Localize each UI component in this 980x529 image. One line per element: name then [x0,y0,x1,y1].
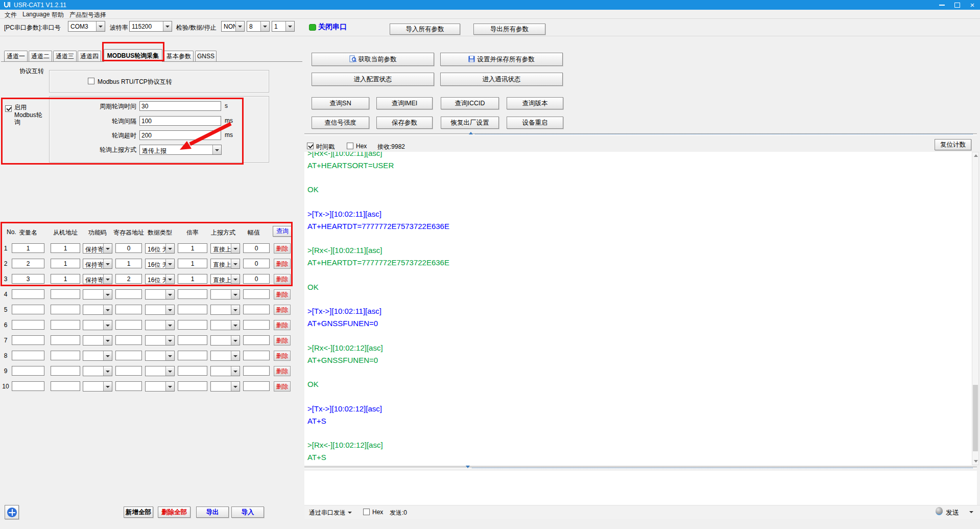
scale-input[interactable] [178,305,207,314]
func-code-select[interactable]: 保持寄: [83,259,112,269]
func-code-select[interactable] [83,351,112,361]
func-code-select[interactable] [83,320,112,330]
tab-channel-2[interactable]: 通道二 [29,51,52,61]
scroll-down-icon[interactable] [974,460,978,463]
chevron-down-icon[interactable] [260,21,269,31]
register-addr-input[interactable] [115,305,142,314]
report-mode-select[interactable] [210,305,240,315]
stopbits-select[interactable]: 1 [272,21,295,32]
query-sn-button[interactable]: 查询SN [312,97,369,109]
chevron-down-icon[interactable] [231,274,240,284]
chevron-down-icon[interactable] [103,244,112,253]
com-port-select[interactable]: COM3 [68,21,105,32]
enter-comm-button[interactable]: 进入通讯状态 [440,73,563,86]
tab-gnss[interactable]: GNSS [195,51,217,61]
tab-channel-1[interactable]: 通道一 [4,51,28,61]
slave-addr-input[interactable] [51,305,80,314]
var-name-input[interactable] [12,381,44,391]
close-port-link[interactable]: 关闭串口 [318,22,347,32]
send-hex-checkbox[interactable] [363,509,370,515]
var-name-input[interactable] [12,289,44,299]
query-iccid-button[interactable]: 查询ICCID [441,97,499,109]
chevron-down-icon[interactable] [103,336,112,345]
register-addr-input[interactable] [115,274,142,284]
report-mode-select[interactable] [210,335,240,346]
amp-input[interactable] [243,320,270,330]
chevron-down-icon[interactable] [165,290,174,299]
chevron-down-icon[interactable] [231,351,240,360]
slave-addr-input[interactable] [51,243,80,253]
chevron-down-icon[interactable] [103,320,112,330]
scroll-up-icon[interactable] [974,154,978,157]
export-button[interactable]: 导出 [196,507,229,518]
query-button[interactable]: 查询 [273,226,292,237]
import-all-params-button[interactable]: 导入所有参数 [390,24,460,35]
poll-interval-input[interactable] [139,116,221,126]
var-name-input[interactable] [12,259,44,268]
minimize-button[interactable] [934,0,949,10]
baud-select[interactable]: 115200 [129,21,172,32]
report-mode-select[interactable] [210,366,240,376]
register-addr-input[interactable] [115,259,142,268]
log-scrollbar[interactable] [972,152,979,465]
func-code-select[interactable] [83,335,112,346]
chevron-down-icon[interactable] [103,274,112,284]
slave-addr-input[interactable] [51,366,80,376]
slave-addr-input[interactable] [51,351,80,360]
scale-input[interactable] [178,259,207,268]
slave-addr-input[interactable] [51,335,80,345]
var-name-input[interactable] [12,243,44,253]
chevron-down-icon[interactable] [165,336,174,345]
data-type-select[interactable]: 16位 无 [145,243,175,254]
scale-input[interactable] [178,243,207,253]
register-addr-input[interactable] [115,381,142,391]
report-mode-select[interactable]: 直接上: [210,259,240,269]
amp-input[interactable] [243,351,270,360]
tab-basic-params[interactable]: 基本参数 [164,51,194,61]
menu-language[interactable]: Language [22,11,50,18]
register-addr-input[interactable] [115,243,142,253]
databits-select[interactable]: 8 [247,21,270,32]
chevron-down-icon[interactable] [103,382,112,391]
chevron-down-icon[interactable] [165,259,174,268]
report-mode-select[interactable] [210,320,240,330]
send-via-select[interactable]: 通过串口发送 [309,509,346,517]
report-mode-select[interactable]: 直接上: [210,274,240,284]
slave-addr-input[interactable] [51,259,80,268]
enter-config-button[interactable]: 进入配置状态 [312,73,434,86]
register-addr-input[interactable] [115,351,142,360]
scale-input[interactable] [178,366,207,376]
delete-row-button[interactable]: 删除 [274,335,291,346]
chevron-down-icon[interactable] [348,512,352,514]
query-version-button[interactable]: 查询版本 [507,97,563,109]
report-mode-select[interactable]: 透传上报 [139,145,222,155]
scale-input[interactable] [178,274,207,284]
chevron-down-icon[interactable] [231,259,240,268]
amp-input[interactable] [243,289,270,299]
scroll-thumb[interactable] [973,385,978,451]
delete-row-button[interactable]: 删除 [274,381,291,392]
func-code-select[interactable]: 保持寄: [83,274,112,284]
chevron-down-icon[interactable] [231,382,240,391]
var-name-input[interactable] [12,366,44,376]
amp-input[interactable] [243,305,270,314]
chevron-down-icon[interactable] [165,382,174,391]
var-name-input[interactable] [12,320,44,330]
rtu-tcp-checkbox[interactable] [88,78,94,84]
register-addr-input[interactable] [115,289,142,299]
chevron-down-icon[interactable] [231,305,240,314]
data-type-select[interactable]: 16位 无 [145,259,175,269]
data-type-select[interactable] [145,289,175,300]
export-all-params-button[interactable]: 导出所有参数 [473,24,545,35]
poll-cycle-input[interactable] [139,101,221,111]
amp-input[interactable] [243,243,270,253]
factory-reset-button[interactable]: 恢复出厂设置 [441,117,499,129]
reboot-button[interactable]: 设备重启 [507,117,563,129]
poll-timeout-input[interactable] [139,130,221,140]
scale-input[interactable] [178,335,207,345]
query-imei-button[interactable]: 查询IMEI [376,97,433,109]
splitter-collapse-icon[interactable] [469,132,473,134]
var-name-input[interactable] [12,305,44,314]
reset-count-button[interactable]: 复位计数 [935,139,971,150]
register-addr-input[interactable] [115,366,142,376]
